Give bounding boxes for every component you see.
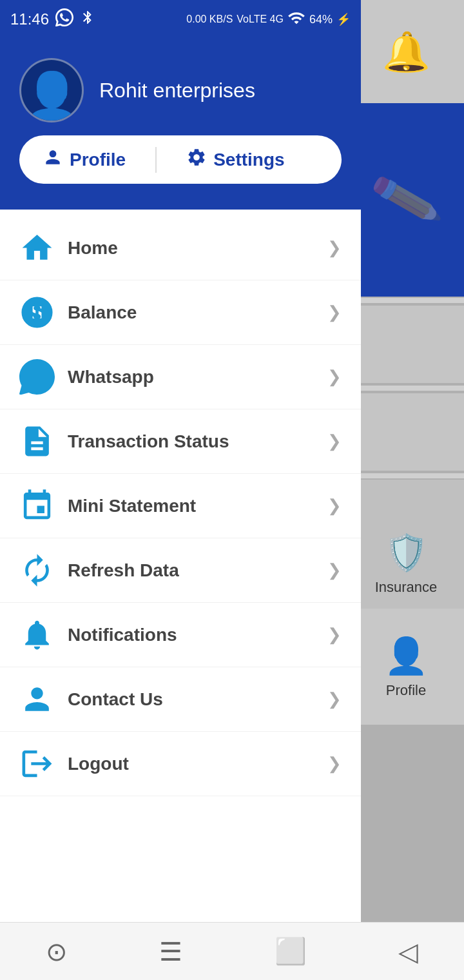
network-type: VoLTE 4G	[237, 14, 284, 24]
bg-strip-1	[348, 298, 464, 303]
status-bar: 11:46 0.00 KB/S VoLTE 4G 64% ⚡	[0, 0, 361, 39]
bg-insurance-label: Insurance	[375, 579, 438, 596]
chevron-whatsapp: ❯	[327, 367, 342, 387]
battery-percent: 64%	[309, 13, 333, 26]
time-display: 11:46	[10, 10, 49, 28]
chevron-notifications: ❯	[327, 625, 342, 645]
bg-shield-icon: 🛡️	[384, 532, 429, 574]
menu-label-transaction-status: Transaction Status	[68, 431, 327, 452]
balance-icon	[19, 295, 55, 330]
settings-button[interactable]: Settings	[176, 142, 295, 177]
menu-label-contact-us: Contact Us	[68, 689, 327, 710]
whatsapp-status-icon	[55, 8, 73, 30]
chevron-home: ❯	[327, 238, 342, 258]
settings-icon	[186, 147, 207, 172]
bg-section-1	[348, 306, 464, 383]
nav-recents-button[interactable]: ⬜	[275, 936, 307, 966]
nav-menu-button[interactable]: ☰	[159, 937, 182, 966]
refresh-icon	[19, 553, 55, 588]
nav-home-button[interactable]: ⊙	[46, 937, 68, 966]
settings-label: Settings	[213, 150, 284, 170]
profile-label: Profile	[70, 150, 126, 170]
menu-label-whatsapp: Whatsapp	[68, 367, 327, 387]
contact-icon	[19, 681, 55, 717]
profile-icon	[43, 147, 63, 172]
menu-item-balance[interactable]: Balance ❯	[0, 280, 361, 345]
bg-insurance-section: 🛡️ Insurance	[348, 480, 464, 609]
status-bar-right: 0.00 KB/S VoLTE 4G 64% ⚡	[186, 9, 351, 30]
nav-back-button[interactable]: ◁	[398, 937, 418, 966]
menu-label-refresh-data: Refresh Data	[68, 560, 327, 581]
bottom-nav-bar: ⊙ ☰ ⬜ ◁	[0, 922, 464, 980]
menu-item-transaction-status[interactable]: Transaction Status ❯	[0, 409, 361, 474]
user-info-row: 👤 Rohit enterprises	[19, 58, 342, 122]
menu-item-contact-us[interactable]: Contact Us ❯	[0, 667, 361, 732]
side-drawer: 11:46 0.00 KB/S VoLTE 4G 64% ⚡ 👤 Rohit e…	[0, 0, 361, 980]
bg-profile-label: Profile	[386, 682, 426, 699]
signal-bars-icon	[287, 9, 305, 30]
menu-item-home[interactable]: Home ❯	[0, 216, 361, 280]
bg-pencil-icon: ✏️	[367, 162, 445, 238]
drawer-header: 👤 Rohit enterprises Profile Settings	[0, 39, 361, 210]
menu-list: Home ❯ Balance ❯ Whatsapp ❯ Transaction …	[0, 210, 361, 980]
background-right-panel: 🔔 ✏️ 🛡️ Insurance 👤 Profile	[348, 0, 464, 980]
status-bar-left: 11:46	[10, 8, 95, 30]
menu-label-mini-statement: Mini Statement	[68, 496, 327, 516]
bg-bell-section: 🔔	[348, 0, 464, 103]
chevron-mini-statement: ❯	[327, 496, 342, 516]
profile-settings-bar: Profile Settings	[19, 135, 342, 184]
home-icon	[19, 230, 55, 266]
menu-item-whatsapp[interactable]: Whatsapp ❯	[0, 345, 361, 409]
bg-bell-icon: 🔔	[382, 29, 430, 75]
avatar-icon: 👤	[24, 73, 80, 118]
bg-strip-3	[348, 473, 464, 478]
bg-profile-bottom: 👤 Profile	[348, 609, 464, 725]
battery-icon: ⚡	[336, 12, 351, 26]
mini-statement-icon	[19, 488, 55, 524]
network-speed: 0.00 KB/S	[186, 14, 233, 24]
bg-blue-card: ✏️	[348, 103, 464, 297]
chevron-transaction: ❯	[327, 431, 342, 451]
user-name: Rohit enterprises	[99, 79, 255, 103]
menu-item-mini-statement[interactable]: Mini Statement ❯	[0, 474, 361, 538]
whatsapp-icon	[19, 359, 55, 395]
logout-icon	[19, 746, 55, 781]
menu-item-logout[interactable]: Logout ❯	[0, 732, 361, 796]
notifications-icon	[19, 617, 55, 652]
bluetooth-icon	[80, 10, 95, 29]
menu-item-notifications[interactable]: Notifications ❯	[0, 603, 361, 667]
profile-button[interactable]: Profile	[32, 142, 136, 177]
chevron-logout: ❯	[327, 754, 342, 774]
bg-strip-2	[348, 386, 464, 391]
chevron-refresh: ❯	[327, 560, 342, 580]
menu-label-logout: Logout	[68, 754, 327, 774]
menu-label-notifications: Notifications	[68, 625, 327, 645]
bg-section-2	[348, 393, 464, 471]
menu-label-home: Home	[68, 238, 327, 259]
chevron-balance: ❯	[327, 302, 342, 322]
chevron-contact: ❯	[327, 689, 342, 709]
bg-profile-icon: 👤	[384, 635, 429, 677]
transaction-icon	[19, 424, 55, 459]
menu-label-balance: Balance	[68, 302, 327, 323]
avatar: 👤	[19, 58, 84, 122]
menu-item-refresh-data[interactable]: Refresh Data ❯	[0, 538, 361, 603]
ps-divider	[155, 147, 157, 173]
